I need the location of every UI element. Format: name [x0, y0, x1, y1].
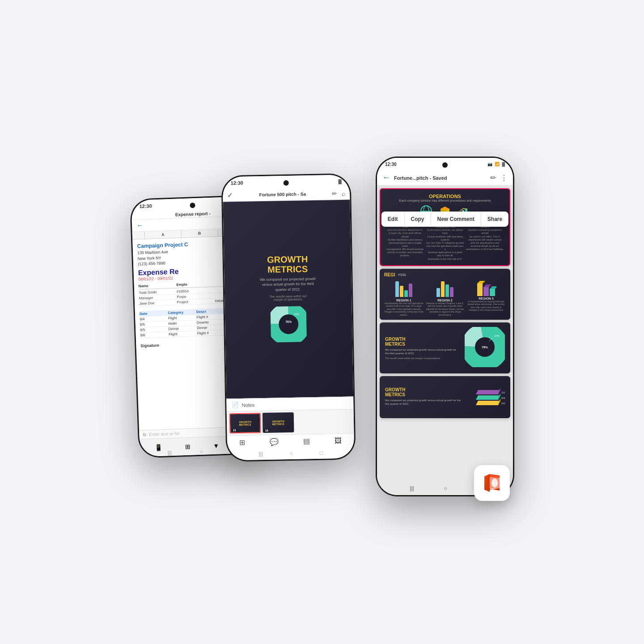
col-a-header[interactable]: A [145, 230, 182, 239]
photo-icon: 📷 [487, 162, 492, 166]
row-num-header [132, 232, 145, 239]
ppt-detail-title: Fortune...pitch - Saved [394, 175, 487, 181]
ops-title: OPERATIONS [385, 194, 505, 199]
phone-mid: 12:30 ▓ ✓ Fortune 500 pitch - Sa ✏ ⌕ [221, 174, 356, 462]
name-col: Name [139, 283, 177, 288]
svg-text:24%: 24% [494, 335, 500, 337]
pen-icon[interactable]: ✏ [332, 190, 337, 197]
region-2: REGION 2 behaves in between Regions 1 an… [425, 279, 465, 317]
growth-slide2-title: GROWTHMETRICS [385, 387, 465, 397]
locations-desc: We have a Division head center officeand… [386, 222, 424, 258]
technology-desc: Since we deal in the Transportation andE… [426, 222, 464, 261]
slide-operations[interactable]: OPERATIONS Each company division has dif… [380, 188, 510, 266]
nav-back[interactable]: ||| [167, 449, 172, 456]
svg-text:76%: 76% [482, 346, 488, 349]
growth-slide2-text: GROWTHMETRICS We compared our projected … [385, 387, 465, 407]
ops-slide-content: OPERATIONS Each company division has dif… [381, 189, 509, 265]
formula-placeholder: Enter text or for [149, 431, 180, 436]
growth-stacked-bars: SARIO ENDO TION [469, 381, 505, 414]
ppt-thumbnails-strip: GROWTHMETRICS 15 GROWTHMETRICS 16 [227, 409, 354, 435]
nav-home[interactable]: ○ [200, 449, 203, 455]
ms-office-logo [481, 472, 503, 494]
slide-number-16: 16 [264, 429, 269, 432]
emplo-col: Emplo [176, 281, 214, 287]
region-3: REGION 3 is characterized by rapid growt… [466, 279, 506, 317]
nav-home-right[interactable]: ○ [444, 485, 447, 491]
image-icon[interactable]: 🖼 [335, 436, 342, 445]
svg-rect-17 [483, 287, 489, 296]
svg-text:24%: 24% [294, 313, 300, 315]
region-1-label: REGION 1 [396, 299, 411, 302]
nav-back-mid[interactable]: ||| [258, 451, 263, 457]
region-3-desc: is characterized by rapid growth and mar… [466, 300, 506, 312]
svg-marker-27 [476, 401, 500, 405]
growth-slide-title: GROWTHMETRICS [385, 337, 460, 347]
phone-right: 12:30 📷 📶 ▓ ← Fortune...pitch - Saved ✏ … [376, 157, 514, 496]
svg-marker-29 [476, 395, 500, 400]
fx-label: fx [143, 432, 146, 437]
edit-pencil-icon[interactable]: ✏ [490, 174, 496, 182]
search-icon-mid[interactable]: ⌕ [342, 190, 345, 197]
ppt-thumb-15[interactable]: GROWTHMETRICS 15 [229, 413, 261, 433]
context-copy[interactable]: Copy [404, 212, 431, 227]
svg-text:TION: TION [501, 391, 505, 394]
region-3-label: REGION 3 [479, 297, 493, 300]
camera-punch-hole-right [442, 162, 448, 168]
ysis-text: YSIS [398, 273, 406, 277]
svg-marker-16 [477, 281, 485, 284]
context-edit[interactable]: Edit [381, 212, 405, 227]
ms-office-badge [474, 465, 510, 501]
ppt-thumb-16[interactable]: GROWTHMETRICS 16 [263, 412, 294, 433]
ppt-mid-time: 12:30 [231, 180, 243, 186]
ops-subtitle: Each company division has different proc… [385, 199, 505, 202]
growth-pie-chart: 76% 24% [465, 327, 505, 369]
comment-icon[interactable]: 💬 [270, 437, 279, 446]
region-1-desc: encompasses the rural and agricultural w… [384, 302, 424, 317]
notes-doc-icon: 📄 [232, 402, 239, 408]
slide-region[interactable]: REGI YSIS [380, 269, 510, 320]
svg-rect-19 [490, 289, 495, 296]
nav-recent-mid[interactable]: □ [320, 450, 323, 456]
ppt-slide-scroll[interactable]: OPERATIONS Each company division has dif… [377, 186, 513, 483]
context-new-comment[interactable]: New Comment [431, 212, 481, 227]
growth-slide2-content: GROWTHMETRICS We compared our projected … [380, 376, 510, 418]
regions-grid: REGION 1 encompasses the rural and agric… [384, 279, 506, 317]
more-options-icon[interactable]: ⋮ [500, 174, 508, 182]
wifi-icon: 📶 [495, 162, 500, 166]
ppt-mid-android-nav: ||| ○ □ [227, 447, 354, 460]
context-menu: Edit Copy New Comment Share [381, 212, 508, 227]
table-icon[interactable]: ▤ [303, 437, 310, 445]
regi-text: REGI [384, 272, 395, 277]
col-b-header[interactable]: B [181, 229, 218, 237]
svg-marker-18 [483, 284, 491, 287]
ppt-bottom-toolbar: ⊞ 💬 ▤ 🖼 [227, 433, 355, 449]
nav-home-mid[interactable]: ○ [290, 450, 293, 457]
svg-text:ENDO: ENDO [501, 397, 505, 399]
check-icon[interactable]: ✓ [227, 191, 233, 199]
growth-subtitle: We compared our projected growthversus a… [260, 276, 316, 292]
slide-growth-pie[interactable]: GROWTHMETRICS We compared our projected … [380, 322, 510, 373]
notes-label: Notes [242, 402, 254, 407]
main-scene: 12:30 ▓ Expense report - ← ✏ ⌕ [121, 121, 523, 523]
growth-slide-subtitle: We compared our projected growth versus … [385, 348, 460, 356]
growth-italic: The results were within ourmargin of ope… [269, 294, 307, 301]
context-share[interactable]: Share [481, 212, 508, 227]
slide-number-15: 15 [232, 428, 237, 432]
svg-point-36 [491, 479, 498, 487]
back-icon[interactable]: ← [136, 221, 144, 230]
ppt-right-screen: 12:30 📷 📶 ▓ ← Fortune...pitch - Saved ✏ … [377, 158, 513, 495]
ppt-main-slide-area: GROWTHMETRICS We compared our projected … [223, 200, 353, 399]
ppt-detail-back-button[interactable]: ← [382, 173, 390, 182]
growth-slide-italic: The results were within our margin of ex… [385, 357, 460, 360]
slide-growth-bars[interactable]: GROWTHMETRICS We compared our projected … [380, 376, 510, 418]
ppt-mid-screen: 12:30 ▓ ✓ Fortune 500 pitch - Sa ✏ ⌕ [222, 175, 354, 461]
grid-icon[interactable]: ⊞ [239, 438, 245, 447]
svg-marker-20 [490, 286, 496, 289]
nav-back-right[interactable]: ||| [410, 485, 414, 491]
growth-slide2-subtitle: We compared our projected growth versus … [385, 398, 465, 406]
pie-chart: 76% 24% [271, 306, 307, 344]
growth-slide-content: GROWTHMETRICS We compared our projected … [380, 322, 510, 373]
region-3-chart [476, 279, 496, 297]
svg-text:76%: 76% [285, 320, 292, 323]
ppt-mid-title: Fortune 500 pitch - Sa [233, 191, 332, 198]
